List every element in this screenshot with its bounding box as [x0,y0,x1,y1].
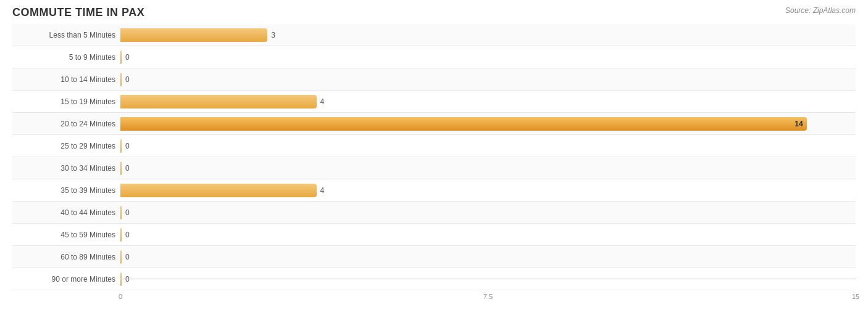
bars-area: Less than 5 Minutes35 to 9 Minutes010 to… [12,24,856,279]
bar-fill [120,28,267,42]
axis-line [120,279,856,279]
bar-value-inside: 14 [795,120,803,128]
bar-label: 20 to 24 Minutes [12,120,120,128]
bar-label: 35 to 39 Minutes [12,186,120,195]
bar-track: 0 [120,228,856,242]
bar-row: 5 to 9 Minutes0 [12,46,856,68]
bar-row: 35 to 39 Minutes4 [12,179,856,202]
bar-row: 60 to 89 Minutes0 [12,246,856,268]
bar-label: 10 to 14 Minutes [12,75,120,84]
bar-label: 30 to 34 Minutes [12,164,120,173]
bar-value-label: 0 [125,142,130,150]
bar-row: Less than 5 Minutes3 [12,24,856,46]
bar-fill [120,73,122,86]
bar-row: 25 to 29 Minutes0 [12,135,856,157]
bar-value-label: 4 [320,97,325,106]
bar-value-label: 0 [125,208,130,217]
bar-track: 4 [120,95,856,108]
bar-row: 90 or more Minutes0 [12,268,856,290]
bar-fill: 14 [120,117,807,131]
axis-label: 15 [852,293,859,300]
bar-track: 0 [120,51,856,64]
chart-container: COMMUTE TIME IN PAX Source: ZipAtlas.com… [0,0,868,323]
bar-fill [120,51,122,64]
bar-row: 30 to 34 Minutes0 [12,157,856,179]
bar-value-label: 0 [125,164,130,173]
axis-labels: 07.515 [120,293,856,305]
bar-row: 15 to 19 Minutes4 [12,91,856,113]
bar-value-label: 0 [125,253,130,261]
chart-header: COMMUTE TIME IN PAX Source: ZipAtlas.com [12,6,856,19]
bar-value-label: 0 [125,231,130,239]
chart-source: Source: ZipAtlas.com [785,6,856,15]
bar-track: 4 [120,184,856,197]
bar-row: 10 to 14 Minutes0 [12,68,856,91]
bar-track: 0 [120,206,856,219]
bar-fill [120,139,122,153]
bar-label: 25 to 29 Minutes [12,142,120,150]
bar-fill [120,162,122,175]
bar-track: 0 [120,139,856,153]
bar-row: 20 to 24 Minutes14 [12,113,856,135]
bar-value-label: 0 [125,53,130,62]
bar-label: 5 to 9 Minutes [12,53,120,62]
bar-label: 15 to 19 Minutes [12,97,120,106]
bar-fill [120,250,122,264]
axis-label: 7.5 [483,293,493,300]
bar-row: 40 to 44 Minutes0 [12,202,856,224]
bar-label: 45 to 59 Minutes [12,231,120,239]
bar-fill [120,184,317,197]
bar-fill [120,228,122,242]
bar-label: Less than 5 Minutes [12,31,120,39]
bar-fill [120,206,122,219]
bar-track: 0 [120,250,856,264]
bar-track: 3 [120,28,856,42]
bar-label: 40 to 44 Minutes [12,208,120,217]
bar-row: 45 to 59 Minutes0 [12,224,856,246]
bar-label: 90 or more Minutes [12,275,120,284]
axis-label: 0 [119,293,122,300]
bar-track: 14 [120,117,856,131]
bar-value-label: 3 [271,31,275,39]
bar-value-label: 0 [125,75,130,84]
bar-fill [120,95,317,108]
bar-label: 60 to 89 Minutes [12,253,120,261]
chart-title: COMMUTE TIME IN PAX [12,6,144,19]
bar-value-label: 4 [320,186,325,195]
bar-track: 0 [120,73,856,86]
bar-track: 0 [120,162,856,175]
